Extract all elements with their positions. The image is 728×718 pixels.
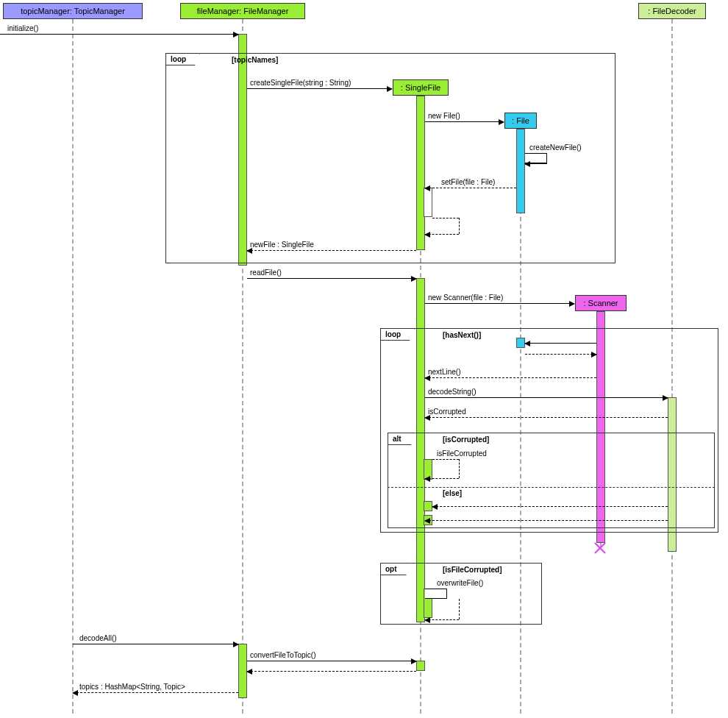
arrow-convertfiletotopic-return (247, 671, 416, 672)
lifeline-topicmanager (72, 19, 74, 714)
isfilecorrupted-horiz (432, 459, 459, 460)
msg-newfile: new File() (428, 112, 460, 120)
arrow-else2 (425, 520, 668, 521)
arrow-setfile-return (425, 234, 459, 235)
guard-iscorrupted: [isCorrupted] (443, 436, 489, 444)
arrow-initialize (0, 34, 238, 35)
overwrite-vert (459, 599, 460, 619)
alt-divider (388, 487, 715, 488)
msg-setfile: setFile(file : File) (441, 178, 495, 186)
msg-overwritefile: overwriteFile() (437, 579, 483, 587)
msg-nextline: nextLine() (428, 368, 460, 376)
guard-hasnext: [hasNext()] (443, 331, 481, 339)
frame-label-opt: opt (380, 563, 411, 575)
scanner-destroy-icon (593, 540, 607, 555)
msg-convertfiletotopic: convertFileToTopic() (250, 651, 315, 659)
participant-filemanager: fileManager: FileManager (180, 3, 305, 19)
participant-filedecoder: : FileDecoder (638, 3, 706, 19)
arrow-iscorrupted (425, 417, 668, 418)
arrow-hasnext-return (525, 354, 596, 355)
msg-returnnewfile: newFile : SingleFile (250, 241, 314, 249)
msg-iscorrupted: isCorrupted (428, 408, 466, 416)
participant-topicmanager: topicManager: TopicManager (3, 3, 143, 19)
msg-isfilecorrupted: isFileCorrupted (437, 449, 487, 458)
msg-decodeall: decodeAll() (79, 634, 117, 642)
frame-label-alt: alt (388, 433, 415, 445)
arrow-returntopics (73, 692, 238, 693)
arrow-decodeall (73, 644, 238, 644)
arrow-returnnewfile (247, 250, 416, 251)
frame-alt: alt (388, 433, 715, 528)
arrow-decodestring (425, 397, 668, 398)
self-overwrite (425, 589, 447, 599)
arrow-newscanner (425, 303, 574, 304)
msg-initialize: initialize() (7, 24, 38, 32)
arrow-createsinglefile (247, 88, 392, 89)
msg-decodestring: decodeString() (428, 388, 477, 396)
isfilecorrupted-vert (459, 459, 460, 478)
msg-readfile: readFile() (250, 269, 282, 277)
arrow-readfile (247, 278, 416, 279)
arrow-setfile (425, 188, 516, 188)
arrow-convertfiletotopic (247, 661, 416, 661)
setfile-return-horiz (432, 218, 459, 218)
arrow-createnewfile-return (525, 163, 547, 164)
guard-isfilecorrupted: [isFileCorrupted] (443, 566, 502, 574)
frame-label-loop1: loop (165, 53, 200, 65)
participant-scanner: : Scanner (575, 295, 627, 311)
arrow-nextline (425, 377, 596, 378)
frame-loop-topicnames: loop (165, 53, 615, 263)
guard-topicnames: [topicNames] (232, 56, 278, 64)
activation-singlefile-convert (416, 661, 425, 671)
msg-createsinglefile: createSingleFile(string : String) (250, 79, 351, 87)
msg-returntopics: topics : HashMap<String, Topic> (79, 683, 185, 691)
guard-else: [else] (443, 489, 462, 497)
arrow-hasnext (525, 343, 596, 344)
arrow-isfilecorrupted (425, 478, 459, 479)
arrow-newfile (425, 121, 504, 122)
setfile-return-vert (459, 218, 460, 234)
msg-newscanner: new Scanner(file : File) (428, 294, 503, 302)
arrow-overwrite-return (425, 619, 459, 620)
frame-label-loop2: loop (380, 328, 415, 341)
arrow-else1 (432, 506, 668, 507)
msg-createnewfile: createNewFile() (529, 143, 582, 152)
